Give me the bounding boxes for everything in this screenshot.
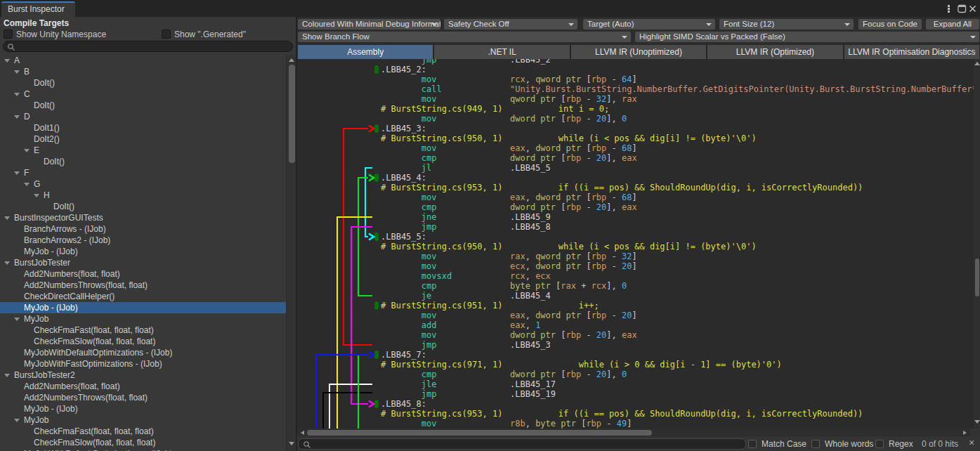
tree-item-label: H [44,190,50,201]
tree-item-myjobwithdefaultoptimizations-ijob[interactable]: MyJobWithDefaultOptimizations - (IJob) [0,448,286,451]
dropdown-highlight-simd-scalar-vs-packed-false[interactable]: Highlight SIMD Scalar vs Packed (False) [635,32,979,42]
view-tab-net-il[interactable]: .NET IL [434,45,569,59]
tree-item-myjobwithdefaultoptimizations-ijob[interactable]: MyJobWithDefaultOptimizations - (IJob) [0,347,286,358]
tree-item-checkfmafast-float-float-float[interactable]: CheckFmaFast(float, float, float) [0,325,286,336]
tree-item-myjob-ijob[interactable]: MyJob - (IJob) [0,302,286,313]
dropdown-font-size-12[interactable]: Font Size (12) [719,19,854,30]
tree-item-label: D [24,111,30,122]
tree-item-doit[interactable]: DoIt() [0,201,286,212]
scroll-right-icon[interactable] [963,431,967,435]
branch-arrow-head [369,126,374,132]
button-focus-on-code[interactable]: Focus on Code [858,19,922,30]
dropdown-safety-check-off[interactable]: Safety Check Off [444,19,577,30]
tree-item-g[interactable]: G [0,178,286,190]
expander-arrow-icon[interactable] [4,59,10,63]
dropdown-show-branch-flow[interactable]: Show Branch Flow [298,32,631,42]
tree-item-myjob-ijob[interactable]: MyJob - (IJob) [0,403,286,414]
tree-item-label: DoIt() [44,156,65,167]
code-vertical-scrollbar[interactable] [974,59,980,429]
whole-words-checkbox[interactable] [811,440,820,448]
tree-item-d[interactable]: D [0,111,286,122]
tree-item-doit1[interactable]: DoIt1() [0,122,286,133]
dropdown-coloured-with-minimal-debug-information[interactable]: Coloured With Minimal Debug Information [298,19,440,30]
expander-arrow-icon[interactable] [14,318,20,321]
tree-item-label: MyJobWithDefaultOptimizations - (IJob) [24,448,172,451]
tree-item-brancharrows2-ijob[interactable]: BranchArrows2 - (IJob) [0,235,286,246]
expander-arrow-icon[interactable] [4,374,10,377]
tree-item-a[interactable]: A [0,55,286,66]
tree-item-myjob-ijob[interactable]: MyJob - (IJob) [0,246,286,257]
show-unity-namespace-checkbox[interactable] [4,30,13,39]
expander-arrow-icon[interactable] [14,419,20,422]
tree-item-add2numbersthrows-float-float[interactable]: Add2NumbersThrows(float, float) [0,280,286,291]
tree-item-f[interactable]: F [0,167,286,178]
tree-item-add2numbers-float-float[interactable]: Add2Numbers(float, float) [0,268,286,280]
expander-arrow-icon[interactable] [14,70,20,74]
view-tab-llvm-ir-optimized[interactable]: LLVM IR (Optimized) [707,45,842,59]
tree-item-label: CheckFmaSlow(float, float, float) [34,437,155,448]
tree-item-c[interactable]: C [0,89,286,100]
code-hscrollbar-thumb[interactable] [307,430,652,436]
expander-arrow-icon[interactable] [34,194,39,197]
search-icon [7,43,15,51]
tree-item-burstinspectorguitests[interactable]: BurstInspectorGUITests [0,212,286,223]
tree-item-h[interactable]: H [0,190,286,201]
regex-checkbox[interactable] [875,440,884,448]
tree-item-label: B [24,66,30,77]
scroll-up-icon[interactable] [289,58,294,62]
tree-item-b[interactable]: B [0,66,286,77]
tree-item-myjob[interactable]: MyJob [0,313,286,325]
tree-item-checkdirectcallhelper[interactable]: CheckDirectCallHelper() [0,291,286,302]
tree-item-burstjobtester[interactable]: BurstJobTester [0,257,286,268]
tree-item-checkfmafast-float-float-float[interactable]: CheckFmaFast(float, float, float) [0,426,286,437]
tab-burst-inspector[interactable]: Burst Inspector [1,1,75,17]
search-close-icon[interactable]: × [969,437,974,448]
dropdown-target-auto[interactable]: Target (Auto) [583,19,715,30]
view-tab-llvm-ir-optimisation-diagnostics[interactable]: LLVM IR Optimisation Diagnostics [844,45,979,59]
tree-scrollbar[interactable] [286,55,296,451]
code-search-input[interactable] [298,438,746,450]
tree-scrollbar-thumb[interactable] [289,65,295,163]
tree-item-label: Add2NumbersThrows(float, float) [24,392,148,403]
code-horizontal-scrollbar[interactable] [297,429,971,436]
show-generated-checkbox[interactable] [162,30,171,39]
tree-item-add2numbers-float-float[interactable]: Add2Numbers(float, float) [0,381,286,392]
expander-arrow-icon[interactable] [4,216,10,220]
tree-item-e[interactable]: E [0,145,286,156]
scroll-up-icon[interactable] [974,62,980,65]
tree-item-checkfmaslow-float-float-float[interactable]: CheckFmaSlow(float, float, float) [0,437,286,448]
tree-item-burstjobtester2[interactable]: BurstJobTester2 [0,370,286,381]
tree-search-input[interactable] [3,41,293,52]
tree-item-doit[interactable]: DoIt() [0,77,286,89]
tree-item-myjob[interactable]: MyJob [0,414,286,426]
expander-arrow-icon[interactable] [24,183,30,186]
expander-arrow-icon[interactable] [14,171,20,175]
tree-item-brancharrows-ijob[interactable]: BranchArrows - (IJob) [0,223,286,235]
view-tab-llvm-ir-unoptimized[interactable]: LLVM IR (Unoptimized) [571,45,706,59]
tree-item-label: BurstJobTester [14,257,70,268]
tree-item-checkfmaslow-float-float-float[interactable]: CheckFmaSlow(float, float, float) [0,336,286,347]
expander-arrow-icon[interactable] [24,149,30,152]
scroll-left-icon[interactable] [301,431,304,435]
tree-item-doit2[interactable]: DoIt2() [0,133,286,145]
expander-arrow-icon[interactable] [14,93,20,96]
match-case-checkbox[interactable] [748,440,757,448]
assembly-code-view[interactable]: jmp.LBB45_2.LBB45_2:movrcx, qword ptr [r… [297,59,974,429]
tree-item-doit[interactable]: DoIt() [0,156,286,167]
tree-item-label: DoIt2() [34,133,60,145]
maximize-icon[interactable] [958,4,967,13]
scroll-down-icon[interactable] [289,442,294,445]
code-vscrollbar-thumb[interactable] [975,259,979,296]
expander-arrow-icon[interactable] [14,115,20,119]
expander-arrow-icon[interactable] [4,261,10,265]
view-tab-assembly[interactable]: Assembly [298,45,433,59]
scroll-down-icon[interactable] [974,420,980,424]
tree-item-myjobwithfastoptimizations-ijob[interactable]: MyJobWithFastOptimizations - (IJob) [0,358,286,370]
close-icon[interactable] [969,5,976,13]
tree-item-doit[interactable]: DoIt() [0,100,286,111]
kebab-menu-icon[interactable] [948,5,950,13]
button-expand-all[interactable]: Expand All [926,19,979,30]
branch-arrow-head [369,352,374,358]
scrollbar-corner [971,429,980,436]
tree-item-add2numbersthrows-float-float[interactable]: Add2NumbersThrows(float, float) [0,392,286,403]
